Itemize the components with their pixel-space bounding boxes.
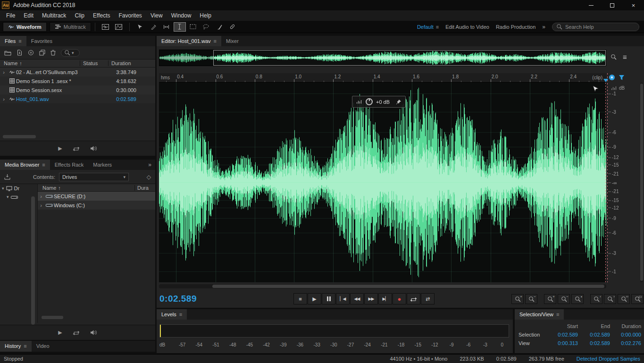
preview-play-button[interactable]: ▶ bbox=[58, 329, 62, 336]
panel-menu-icon[interactable]: ≡ bbox=[556, 309, 559, 320]
zoom-in-time-button[interactable]: + bbox=[544, 294, 556, 304]
preview-autoplay-button[interactable] bbox=[90, 330, 97, 335]
close-button[interactable]: × bbox=[623, 0, 644, 10]
menu-window[interactable]: Window bbox=[167, 10, 196, 21]
dropped-samples-link[interactable]: Detected Dropped Samples bbox=[577, 356, 640, 362]
lasso-selection-tool-button[interactable] bbox=[200, 22, 212, 32]
zoom-selection-button[interactable]: ▪ bbox=[571, 294, 584, 304]
hud-pin-icon[interactable] bbox=[396, 99, 401, 105]
menu-help[interactable]: Help bbox=[195, 10, 216, 21]
selection-end-value[interactable]: 0:02.589 bbox=[578, 332, 610, 338]
tab-editor[interactable]: Editor: Host_001.wav ≡ bbox=[157, 36, 221, 46]
preview-loop-button[interactable] bbox=[73, 330, 80, 335]
menu-view[interactable]: View bbox=[146, 10, 167, 21]
batch-process-icon[interactable] bbox=[39, 50, 45, 56]
tab-media-browser[interactable]: Media Browser ≡ bbox=[0, 160, 50, 170]
panel-menu-icon[interactable]: ≡ bbox=[24, 341, 26, 352]
chevron-down-icon[interactable]: ▾ bbox=[7, 194, 9, 199]
import-media-icon[interactable] bbox=[4, 174, 10, 180]
fast-forward-button[interactable]: ▶▶ bbox=[364, 293, 378, 304]
horizontal-scrollbar[interactable] bbox=[159, 284, 606, 288]
menu-favorites[interactable]: Favorites bbox=[115, 10, 146, 21]
amplitude-ruler[interactable]: dB -1-3-6-9-12-15-21-∞-21-15-12-9-6-3-1 bbox=[607, 73, 639, 282]
selection-duration-value[interactable]: 0:00.000 bbox=[610, 332, 641, 338]
file-row-selected[interactable]: › Host_001.wav 0:02.589 bbox=[0, 94, 155, 103]
maximize-button[interactable] bbox=[602, 0, 623, 10]
vertical-scrollbar-thumb[interactable] bbox=[640, 84, 643, 281]
files-horizontal-scrollbar[interactable] bbox=[3, 135, 36, 138]
help-search-input[interactable] bbox=[565, 24, 635, 30]
media-horizontal-scrollbar[interactable] bbox=[42, 316, 63, 319]
tab-files[interactable]: Files ≡ bbox=[0, 36, 26, 46]
menu-file[interactable]: File bbox=[2, 10, 19, 21]
preview-play-button[interactable]: ▶ bbox=[58, 145, 62, 152]
extract-cd-icon[interactable] bbox=[28, 50, 34, 56]
column-duration[interactable]: Duration bbox=[108, 60, 155, 66]
view-duration-value[interactable]: 0:02.276 bbox=[610, 340, 641, 346]
paintbrush-selection-tool-button[interactable] bbox=[213, 22, 226, 32]
slip-tool-button[interactable] bbox=[160, 22, 173, 32]
tab-effects-rack[interactable]: Effects Rack bbox=[50, 160, 89, 170]
menu-clip[interactable]: Clip bbox=[70, 10, 89, 21]
workspace-overflow-icon[interactable]: » bbox=[542, 24, 545, 30]
stop-button[interactable]: ■ bbox=[293, 293, 307, 304]
tab-mixer[interactable]: Mixer bbox=[221, 36, 243, 46]
horizontal-scrollbar-thumb[interactable] bbox=[212, 285, 604, 288]
selection-start-value[interactable]: 0:02.589 bbox=[546, 332, 578, 338]
menu-edit[interactable]: Edit bbox=[19, 10, 38, 21]
files-search-button[interactable]: ▾ bbox=[61, 49, 80, 57]
play-button[interactable]: ▶ bbox=[308, 293, 321, 304]
preview-loop-button[interactable] bbox=[73, 146, 80, 151]
zoom-out-point-button[interactable]: › bbox=[604, 294, 616, 304]
file-row[interactable]: Demo Session 1 .sesx * 4:18.632 bbox=[0, 76, 155, 85]
zoom-in-point-button[interactable]: ‹ bbox=[590, 294, 602, 304]
volume-knob[interactable] bbox=[366, 98, 373, 105]
view-end-value[interactable]: 0:02.589 bbox=[578, 340, 610, 346]
zoom-out-time-button[interactable]: − bbox=[558, 294, 570, 304]
multitrack-view-button[interactable]: Multitrack bbox=[50, 22, 91, 32]
loop-playback-button[interactable] bbox=[407, 293, 420, 304]
time-selection-tool-button[interactable] bbox=[174, 22, 186, 32]
drive-row-selected[interactable]: › SECURE (D:) bbox=[38, 192, 155, 201]
preview-autoplay-button[interactable] bbox=[90, 146, 97, 151]
zoom-in-button[interactable]: + bbox=[511, 294, 524, 304]
waveform-view-button[interactable]: Waveform bbox=[3, 22, 47, 32]
marquee-selection-tool-button[interactable] bbox=[187, 22, 199, 32]
drive-row[interactable]: › Windows (C:) bbox=[38, 201, 155, 210]
workspace-default[interactable]: Default ≡ bbox=[417, 24, 439, 30]
contents-dropdown[interactable]: Drives ▾ bbox=[59, 173, 129, 181]
column-name[interactable]: Name ↑ bbox=[0, 60, 80, 66]
spot-healing-brush-tool-button[interactable] bbox=[226, 22, 239, 32]
column-name[interactable]: Name ↑ bbox=[38, 185, 134, 191]
vertical-scrollbar[interactable] bbox=[640, 83, 643, 282]
workspace-menu-icon[interactable]: ≡ bbox=[436, 24, 439, 30]
pause-button[interactable] bbox=[322, 293, 335, 304]
zoom-navigate-icon[interactable] bbox=[611, 54, 617, 60]
overview-strip[interactable] bbox=[159, 50, 606, 66]
open-file-icon[interactable] bbox=[4, 50, 11, 56]
waveform-display[interactable]: +0 dB bbox=[159, 83, 606, 282]
column-status[interactable]: Status bbox=[80, 60, 108, 66]
expand-chevron-icon[interactable]: › bbox=[0, 96, 8, 102]
file-row[interactable]: › 02 - AL..ert O'Sullivan.mp3 3:38.749 bbox=[0, 68, 155, 76]
skip-selection-button[interactable]: ⇄ bbox=[421, 293, 435, 304]
panel-menu-icon[interactable]: ≡ bbox=[42, 160, 45, 170]
tab-history[interactable]: History ≡ bbox=[0, 341, 32, 352]
waveform-canvas[interactable] bbox=[159, 83, 606, 282]
move-tool-button[interactable] bbox=[134, 22, 146, 32]
waveform-display-button[interactable] bbox=[100, 22, 112, 32]
spectral-display-button[interactable] bbox=[113, 22, 125, 32]
minimize-button[interactable] bbox=[580, 0, 602, 10]
tab-favorites[interactable]: Favorites bbox=[26, 36, 57, 46]
help-search-box[interactable] bbox=[552, 23, 639, 31]
file-row[interactable]: Demo Session.sesx 0:30.000 bbox=[0, 85, 155, 94]
rewind-button[interactable]: ◀◀ bbox=[350, 293, 364, 304]
panel-menu-icon[interactable]: ≡ bbox=[214, 36, 217, 46]
menu-multitrack[interactable]: Multitrack bbox=[38, 10, 70, 21]
chevron-down-icon[interactable]: ▾ bbox=[2, 186, 4, 191]
expand-chevron-icon[interactable]: › bbox=[38, 203, 44, 208]
delete-file-icon[interactable] bbox=[50, 50, 56, 56]
import-file-icon[interactable] bbox=[17, 50, 23, 56]
workspace-radio-production[interactable]: Radio Production bbox=[496, 24, 535, 30]
overview-view-box[interactable] bbox=[213, 50, 606, 66]
